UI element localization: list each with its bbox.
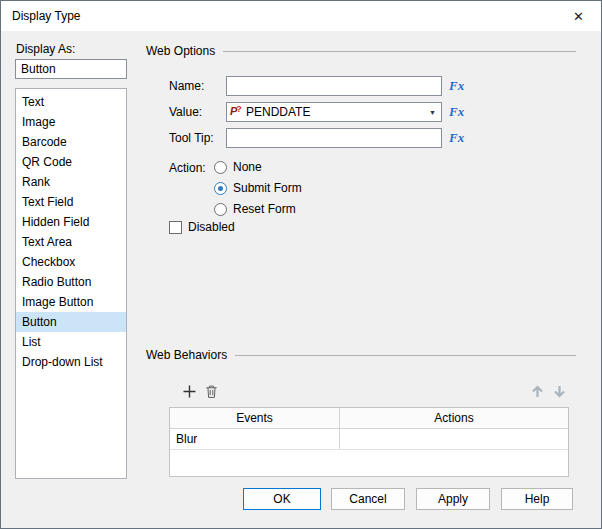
value-label: Value: bbox=[169, 105, 226, 119]
tooltip-label: Tool Tip: bbox=[169, 131, 226, 145]
dialog-title: Display Type bbox=[1, 9, 80, 23]
web-behaviors-group-label: Web Behaviors bbox=[146, 348, 227, 362]
apply-button[interactable]: Apply bbox=[416, 488, 490, 510]
list-item[interactable]: Checkbox bbox=[16, 252, 126, 272]
dialog-body: Display As: Button Text Image Barcode QR… bbox=[1, 31, 601, 528]
trash-icon bbox=[204, 384, 219, 399]
list-item[interactable]: List bbox=[16, 332, 126, 352]
disabled-checkbox[interactable] bbox=[169, 221, 182, 234]
list-item[interactable]: Hidden Field bbox=[16, 212, 126, 232]
list-item[interactable]: Text Field bbox=[16, 192, 126, 212]
web-behaviors-group-header: Web Behaviors bbox=[146, 348, 576, 362]
display-type-dialog: Display Type ✕ Display As: Button Text I… bbox=[0, 0, 602, 529]
radio-submit-form-label: Submit Form bbox=[233, 181, 302, 195]
event-cell: Blur bbox=[170, 429, 340, 449]
group-divider bbox=[235, 355, 576, 356]
action-label: Action: bbox=[169, 161, 206, 175]
radio-reset-form[interactable] bbox=[214, 203, 227, 216]
list-item[interactable]: Text bbox=[16, 92, 126, 112]
list-item-selected[interactable]: Button bbox=[16, 312, 126, 332]
move-up-button[interactable] bbox=[527, 381, 548, 402]
table-row[interactable]: Blur bbox=[170, 429, 568, 450]
column-header-actions: Actions bbox=[340, 408, 568, 428]
arrow-up-icon bbox=[530, 384, 545, 399]
close-icon[interactable]: ✕ bbox=[556, 1, 601, 31]
fx-button-value[interactable]: Fx bbox=[449, 104, 464, 120]
radio-reset-form-label: Reset Form bbox=[233, 202, 296, 216]
list-item[interactable]: Image Button bbox=[16, 292, 126, 312]
list-item[interactable]: Image bbox=[16, 112, 126, 132]
help-button[interactable]: Help bbox=[501, 488, 573, 510]
value-dropdown[interactable]: P? PENDDATE ▼ bbox=[226, 102, 442, 122]
disabled-label: Disabled bbox=[188, 220, 235, 234]
list-item[interactable]: Rank bbox=[16, 172, 126, 192]
fx-button-tooltip[interactable]: Fx bbox=[449, 130, 464, 146]
radio-option-reset-form: Reset Form bbox=[214, 202, 296, 216]
list-item[interactable]: Drop-down List bbox=[16, 352, 126, 372]
move-down-button[interactable] bbox=[549, 381, 570, 402]
cancel-button[interactable]: Cancel bbox=[331, 488, 405, 510]
value-row: Value: P? PENDDATE ▼ Fx bbox=[169, 102, 464, 122]
plus-icon bbox=[182, 384, 197, 399]
radio-none[interactable] bbox=[214, 161, 227, 174]
radio-none-label: None bbox=[233, 160, 262, 174]
parameter-icon: P? bbox=[230, 106, 244, 118]
list-item[interactable]: Barcode bbox=[16, 132, 126, 152]
name-label: Name: bbox=[169, 79, 226, 93]
ok-button[interactable]: OK bbox=[243, 488, 321, 510]
arrow-down-icon bbox=[552, 384, 567, 399]
tooltip-row: Tool Tip: Fx bbox=[169, 128, 464, 148]
display-as-label: Display As: bbox=[16, 42, 75, 56]
web-options-group-header: Web Options bbox=[146, 44, 576, 58]
web-options-group-label: Web Options bbox=[146, 44, 215, 58]
delete-behavior-button[interactable] bbox=[201, 381, 222, 402]
column-header-events: Events bbox=[170, 408, 340, 428]
fx-button-name[interactable]: Fx bbox=[449, 78, 464, 94]
name-input[interactable] bbox=[226, 76, 442, 96]
list-item[interactable]: Text Area bbox=[16, 232, 126, 252]
name-row: Name: Fx bbox=[169, 76, 464, 96]
display-as-field[interactable]: Button bbox=[15, 59, 127, 79]
value-selected-text: PENDDATE bbox=[244, 105, 424, 119]
action-cell bbox=[340, 429, 568, 449]
behaviors-table: Events Actions Blur bbox=[169, 407, 569, 477]
list-item[interactable]: Radio Button bbox=[16, 272, 126, 292]
chevron-down-icon[interactable]: ▼ bbox=[424, 104, 441, 120]
radio-option-submit-form: Submit Form bbox=[214, 181, 302, 195]
titlebar: Display Type ✕ bbox=[1, 1, 601, 31]
behaviors-table-header: Events Actions bbox=[170, 408, 568, 429]
display-type-list: Text Image Barcode QR Code Rank Text Fie… bbox=[15, 88, 127, 479]
radio-submit-form[interactable] bbox=[214, 182, 227, 195]
group-divider bbox=[223, 51, 576, 52]
add-behavior-button[interactable] bbox=[179, 381, 200, 402]
list-item[interactable]: QR Code bbox=[16, 152, 126, 172]
tooltip-input[interactable] bbox=[226, 128, 442, 148]
disabled-option: Disabled bbox=[169, 220, 235, 234]
radio-option-none: None bbox=[214, 160, 262, 174]
